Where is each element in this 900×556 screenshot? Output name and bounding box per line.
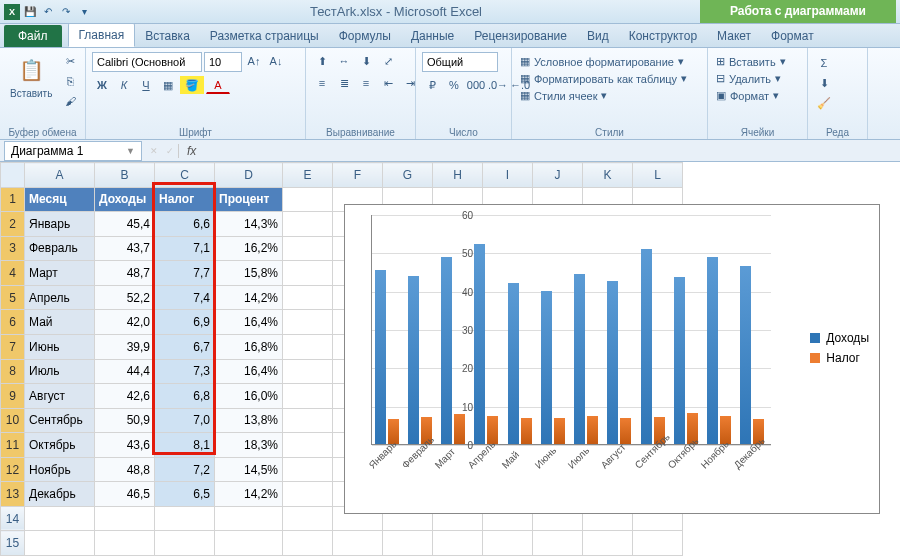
column-header-L[interactable]: L <box>633 163 683 188</box>
bar-Доходы-Октябрь[interactable] <box>674 277 685 444</box>
font-size-input[interactable] <box>204 52 242 72</box>
row-header-11[interactable]: 11 <box>1 433 25 458</box>
tab-chart-design[interactable]: Конструктор <box>619 25 707 47</box>
cancel-icon[interactable]: ✕ <box>146 146 162 156</box>
bar-Налог-Июль[interactable] <box>587 416 598 444</box>
cell-A6[interactable]: Май <box>25 310 95 335</box>
paste-button[interactable]: 📋 Вставить <box>6 52 56 101</box>
tab-home[interactable]: Главная <box>68 23 136 47</box>
cell-D4[interactable]: 15,8% <box>215 261 283 286</box>
redo-icon[interactable]: ↷ <box>58 4 74 20</box>
row-header-7[interactable]: 7 <box>1 334 25 359</box>
cell-C4[interactable]: 7,7 <box>155 261 215 286</box>
cell-A13[interactable]: Декабрь <box>25 482 95 507</box>
cell-A1[interactable]: Месяц <box>25 187 95 212</box>
cell-C13[interactable]: 6,5 <box>155 482 215 507</box>
row-header-3[interactable]: 3 <box>1 236 25 261</box>
cell-B10[interactable]: 50,9 <box>95 408 155 433</box>
bar-Налог-Март[interactable] <box>454 414 465 444</box>
font-name-input[interactable] <box>92 52 202 72</box>
number-format-dropdown[interactable] <box>422 52 498 72</box>
cell-B8[interactable]: 44,4 <box>95 359 155 384</box>
cell-B12[interactable]: 48,8 <box>95 457 155 482</box>
cell-A5[interactable]: Апрель <box>25 285 95 310</box>
cell-A10[interactable]: Сентябрь <box>25 408 95 433</box>
cell-C7[interactable]: 6,7 <box>155 334 215 359</box>
chart-legend[interactable]: Доходы Налог <box>810 325 869 371</box>
cell-A8[interactable]: Июль <box>25 359 95 384</box>
bar-Доходы-Май[interactable] <box>508 283 519 444</box>
tab-file[interactable]: Файл <box>4 25 62 47</box>
bar-Налог-Май[interactable] <box>521 418 532 444</box>
fx-icon[interactable]: fx <box>178 144 204 158</box>
chevron-down-icon[interactable]: ▾ <box>76 4 92 20</box>
cell-D3[interactable]: 16,2% <box>215 236 283 261</box>
column-header-A[interactable]: A <box>25 163 95 188</box>
column-header-C[interactable]: C <box>155 163 215 188</box>
chevron-down-icon[interactable]: ▼ <box>126 146 135 156</box>
bar-Доходы-Июнь[interactable] <box>541 291 552 444</box>
column-header-H[interactable]: H <box>433 163 483 188</box>
align-right-icon[interactable]: ≡ <box>356 74 376 92</box>
tab-view[interactable]: Вид <box>577 25 619 47</box>
tab-insert[interactable]: Вставка <box>135 25 200 47</box>
cell-A2[interactable]: Январь <box>25 212 95 237</box>
cell-D9[interactable]: 16,0% <box>215 384 283 409</box>
cell-A12[interactable]: Ноябрь <box>25 457 95 482</box>
cell-D8[interactable]: 16,4% <box>215 359 283 384</box>
bar-Налог-Август[interactable] <box>620 418 631 444</box>
cell-A11[interactable]: Октябрь <box>25 433 95 458</box>
cell-C11[interactable]: 8,1 <box>155 433 215 458</box>
cell-D12[interactable]: 14,5% <box>215 457 283 482</box>
cell-D10[interactable]: 13,8% <box>215 408 283 433</box>
currency-icon[interactable]: ₽ <box>422 76 442 94</box>
column-header-D[interactable]: D <box>215 163 283 188</box>
cell-C3[interactable]: 7,1 <box>155 236 215 261</box>
column-header-K[interactable]: K <box>583 163 633 188</box>
row-header-4[interactable]: 4 <box>1 261 25 286</box>
legend-item-income[interactable]: Доходы <box>810 331 869 345</box>
cell-D6[interactable]: 16,4% <box>215 310 283 335</box>
border-icon[interactable]: ▦ <box>158 76 178 94</box>
cell-C2[interactable]: 6,6 <box>155 212 215 237</box>
fill-color-icon[interactable]: 🪣 <box>180 76 204 94</box>
bar-Доходы-Июль[interactable] <box>574 274 585 444</box>
bar-Доходы-Сентябрь[interactable] <box>641 249 652 444</box>
row-header-10[interactable]: 10 <box>1 408 25 433</box>
cell-B3[interactable]: 43,7 <box>95 236 155 261</box>
cut-icon[interactable]: ✂ <box>60 52 80 70</box>
autosum-icon[interactable]: Σ <box>814 54 834 72</box>
cell-B13[interactable]: 46,5 <box>95 482 155 507</box>
cell-B9[interactable]: 42,6 <box>95 384 155 409</box>
tab-chart-layout[interactable]: Макет <box>707 25 761 47</box>
cell-C1[interactable]: Налог <box>155 187 215 212</box>
cell-A4[interactable]: Март <box>25 261 95 286</box>
enter-icon[interactable]: ✓ <box>162 146 178 156</box>
conditional-formatting-button[interactable]: ▦Условное форматирование▾ <box>518 54 686 69</box>
cell-C6[interactable]: 6,9 <box>155 310 215 335</box>
bold-button[interactable]: Ж <box>92 76 112 94</box>
row-header-1[interactable]: 1 <box>1 187 25 212</box>
bar-Доходы-Ноябрь[interactable] <box>707 257 718 444</box>
legend-item-tax[interactable]: Налог <box>810 351 869 365</box>
cell-styles-button[interactable]: ▦Стили ячеек▾ <box>518 88 609 103</box>
copy-icon[interactable]: ⎘ <box>60 72 80 90</box>
clear-icon[interactable]: 🧹 <box>814 94 834 112</box>
format-painter-icon[interactable]: 🖌 <box>60 92 80 110</box>
insert-cells-button[interactable]: ⊞Вставить▾ <box>714 54 788 69</box>
row-header-12[interactable]: 12 <box>1 457 25 482</box>
format-cells-button[interactable]: ▣Формат▾ <box>714 88 781 103</box>
cell-A7[interactable]: Июнь <box>25 334 95 359</box>
row-header-2[interactable]: 2 <box>1 212 25 237</box>
increase-decimal-icon[interactable]: .0→ <box>488 76 508 94</box>
cell-D11[interactable]: 18,3% <box>215 433 283 458</box>
column-header-F[interactable]: F <box>333 163 383 188</box>
italic-button[interactable]: К <box>114 76 134 94</box>
cell-C8[interactable]: 7,3 <box>155 359 215 384</box>
bar-Доходы-Март[interactable] <box>441 257 452 444</box>
tab-page-layout[interactable]: Разметка страницы <box>200 25 329 47</box>
font-color-icon[interactable]: A <box>206 76 230 94</box>
tab-chart-format[interactable]: Формат <box>761 25 824 47</box>
underline-button[interactable]: Ч <box>136 76 156 94</box>
cell-D2[interactable]: 14,3% <box>215 212 283 237</box>
